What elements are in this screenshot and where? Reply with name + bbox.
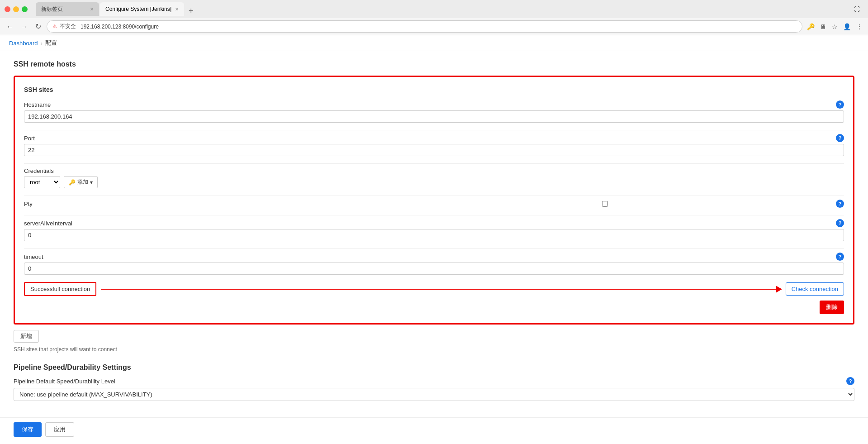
pty-group: Pty ? — [24, 200, 844, 208]
pipeline-help-icon[interactable]: ? — [846, 377, 854, 385]
port-help-icon[interactable]: ? — [836, 134, 844, 142]
toolbar-actions: 🔑 🖥 ☆ 👤 ⋮ — [806, 22, 863, 31]
hostname-group: Hostname ? — [24, 100, 844, 123]
credentials-label: Credentials — [24, 167, 54, 174]
credentials-select[interactable]: root — [24, 176, 60, 188]
server-alive-input[interactable] — [24, 229, 844, 241]
check-connection-button[interactable]: Check connection — [786, 282, 844, 296]
connection-row: Successfull connection Check connection — [24, 282, 844, 296]
breadcrumb-home[interactable]: Dashboard — [9, 40, 38, 47]
new-ssh-site-button[interactable]: 新增 — [14, 330, 39, 343]
pty-label: Pty — [24, 201, 33, 207]
apply-button[interactable]: 应用 — [45, 422, 74, 437]
close-window-button[interactable] — [5, 6, 10, 12]
insecure-icon: ⚠ — [52, 24, 57, 29]
pty-checkbox[interactable] — [602, 201, 608, 207]
browser-toolbar: ← → ↻ ⚠ 不安全 192.168.200.123:8090/configu… — [0, 18, 868, 35]
breadcrumb: Dashboard › 配置 — [0, 35, 868, 51]
port-input[interactable] — [24, 144, 844, 156]
star-icon[interactable]: ☆ — [831, 22, 839, 31]
tab-close-icon[interactable]: ✕ — [175, 7, 179, 12]
menu-icon[interactable]: ⋮ — [855, 22, 863, 31]
timeout-help-icon[interactable]: ? — [836, 253, 844, 261]
ssh-remote-hosts-title: SSH remote hosts — [14, 60, 854, 68]
divider-5 — [24, 248, 844, 249]
tab-label: Configure System [Jenkins] — [105, 6, 171, 12]
ssh-sites-box: SSH sites Hostname ? Port ? — [14, 76, 854, 325]
annotation-arrow — [101, 289, 781, 290]
save-button[interactable]: 保存 — [14, 422, 42, 437]
add-credentials-button[interactable]: 🔑 添加 ▾ — [64, 176, 98, 188]
pipeline-section: Pipeline Speed/Durability Settings Pipel… — [14, 363, 854, 401]
delete-button[interactable]: 删除 — [820, 301, 844, 314]
server-alive-group: serverAliveInterval ? — [24, 219, 844, 241]
cast-icon[interactable]: 🖥 — [819, 22, 827, 31]
pipeline-label-row: Pipeline Default Speed/Durability Level … — [14, 377, 854, 385]
divider-3 — [24, 196, 844, 196]
timeout-label: timeout — [24, 253, 43, 260]
credentials-group: Credentials root 🔑 添加 ▾ — [24, 167, 844, 188]
dropdown-arrow-icon: ▾ — [90, 179, 93, 186]
browser-titlebar: 新标签页 ✕ Configure System [Jenkins] ✕ + ⛶ — [0, 0, 868, 18]
hostname-label: Hostname — [24, 101, 51, 108]
back-button[interactable]: ← — [5, 22, 15, 32]
maximize-window-button[interactable] — [22, 6, 28, 12]
pty-label-row: Pty — [24, 201, 602, 207]
hostname-help-icon[interactable]: ? — [836, 100, 844, 109]
key-icon-small: 🔑 — [69, 179, 76, 186]
ssh-sites-note: SSH sites that projects will want to con… — [14, 346, 854, 353]
address-bar[interactable]: ⚠ 不安全 192.168.200.123:8090/configure — [47, 20, 802, 33]
main-content: SSH remote hosts SSH sites Hostname ? Po… — [0, 51, 868, 410]
delete-row: 删除 — [24, 301, 844, 314]
server-alive-help-icon[interactable]: ? — [836, 219, 844, 227]
key-icon[interactable]: 🔑 — [806, 22, 816, 31]
server-alive-label: serverAliveInterval — [24, 220, 72, 227]
server-alive-label-row: serverAliveInterval ? — [24, 219, 844, 227]
page-content: Dashboard › 配置 SSH remote hosts SSH site… — [0, 35, 868, 444]
arrow-head-icon — [776, 286, 782, 293]
traffic-lights — [5, 6, 28, 12]
profile-icon[interactable]: 👤 — [842, 22, 852, 31]
pipeline-default-level-label: Pipeline Default Speed/Durability Level — [14, 378, 115, 385]
tab-newtab[interactable]: 新标签页 ✕ — [36, 2, 99, 16]
port-label: Port — [24, 135, 35, 142]
pipeline-title: Pipeline Speed/Durability Settings — [14, 363, 854, 372]
port-label-row: Port ? — [24, 134, 844, 142]
new-tab-button[interactable]: + — [185, 6, 197, 16]
divider-4 — [24, 215, 844, 215]
tab-label: 新标签页 — [41, 5, 63, 13]
minimize-window-button[interactable] — [13, 6, 19, 12]
browser-action-icon: ⛶ — [854, 6, 860, 13]
hostname-input[interactable] — [24, 110, 844, 123]
timeout-label-row: timeout ? — [24, 253, 844, 261]
connection-status-box: Successfull connection — [24, 282, 96, 296]
reload-button[interactable]: ↻ — [33, 21, 43, 32]
connection-status-text: Successfull connection — [30, 286, 90, 292]
breadcrumb-separator: › — [41, 40, 43, 47]
ssh-sites-label: SSH sites — [24, 86, 844, 93]
tab-close-icon[interactable]: ✕ — [90, 7, 94, 12]
forward-button[interactable]: → — [19, 22, 30, 32]
tab-jenkins[interactable]: Configure System [Jenkins] ✕ — [100, 2, 184, 16]
address-text: 192.168.200.123:8090/configure — [81, 24, 159, 30]
port-group: Port ? — [24, 134, 844, 156]
credentials-label-row: Credentials — [24, 167, 844, 174]
credentials-row: root 🔑 添加 ▾ — [24, 176, 844, 188]
browser-chrome: 新标签页 ✕ Configure System [Jenkins] ✕ + ⛶ … — [0, 0, 868, 35]
pty-help-icon[interactable]: ? — [836, 200, 844, 208]
pipeline-default-level-select[interactable]: None: use pipeline default (MAX_SURVIVAB… — [14, 388, 854, 401]
divider-1 — [24, 130, 844, 130]
divider-2 — [24, 163, 844, 164]
timeout-input[interactable] — [24, 263, 844, 275]
hostname-label-row: Hostname ? — [24, 100, 844, 109]
breadcrumb-current: 配置 — [45, 39, 57, 47]
add-button-label: 添加 — [77, 178, 88, 186]
timeout-group: timeout ? — [24, 253, 844, 275]
browser-tabs: 新标签页 ✕ Configure System [Jenkins] ✕ + — [36, 2, 850, 16]
insecure-label: 不安全 — [60, 23, 76, 30]
bottom-bar: 保存 应用 — [0, 417, 868, 441]
